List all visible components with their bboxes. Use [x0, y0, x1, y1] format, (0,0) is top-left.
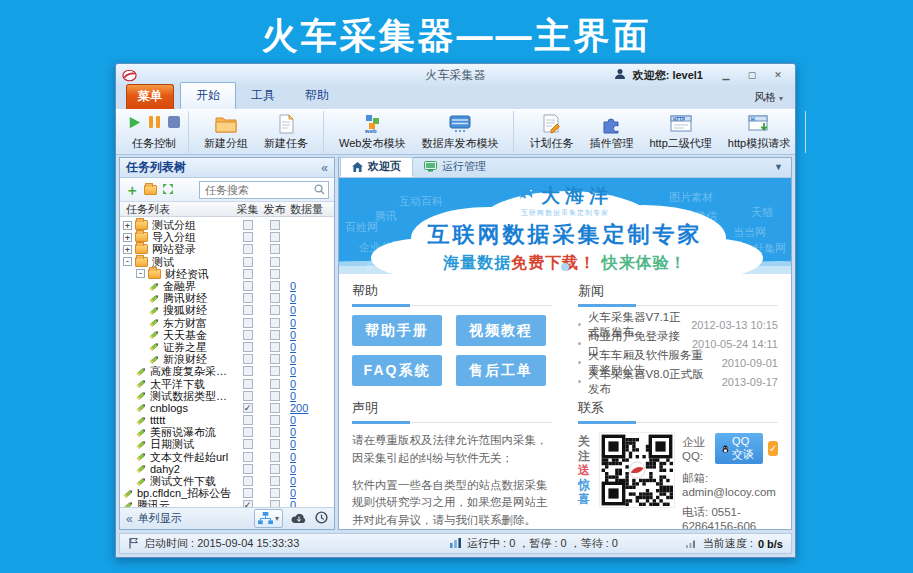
video-tutorial-button[interactable]: 视频教程 [456, 315, 546, 346]
collect-checkbox[interactable] [243, 439, 253, 449]
publish-checkbox[interactable] [270, 269, 280, 279]
play-button[interactable] [127, 115, 142, 134]
tree-row[interactable]: 搜狐财经0 [120, 304, 334, 316]
publish-checkbox[interactable] [270, 342, 280, 352]
close-button[interactable]: ✕ [767, 68, 789, 82]
tree-toggle-icon[interactable]: + [123, 221, 132, 230]
collect-checkbox[interactable] [243, 354, 253, 364]
tree-toggle-icon[interactable]: + [123, 233, 132, 242]
collect-checkbox[interactable] [243, 232, 253, 242]
minimize-button[interactable]: ▁ [715, 68, 737, 82]
tree-row[interactable]: 测试文件下载0 [120, 475, 334, 487]
tree-row[interactable]: dahy20 [120, 463, 334, 475]
collect-checkbox[interactable] [243, 342, 253, 352]
data-amount-link[interactable]: 0 [290, 426, 296, 438]
tree-row[interactable]: 证券之星0 [120, 341, 334, 353]
publish-checkbox[interactable] [270, 318, 280, 328]
publish-checkbox[interactable] [270, 427, 280, 437]
expand-all-icon[interactable] [162, 181, 174, 199]
data-amount-link[interactable]: 0 [290, 378, 296, 390]
collect-checkbox[interactable] [243, 330, 253, 340]
publish-checkbox[interactable] [270, 232, 280, 242]
db-publish-module-button[interactable]: 数据库发布模块 [413, 113, 506, 152]
tree-row[interactable]: 太平洋下载0 [120, 377, 334, 389]
publish-checkbox[interactable] [270, 330, 280, 340]
cloud-download-icon[interactable] [291, 512, 307, 526]
publish-checkbox[interactable] [270, 257, 280, 267]
collect-checkbox[interactable] [243, 281, 253, 291]
publish-checkbox[interactable] [270, 439, 280, 449]
collect-checkbox[interactable] [243, 464, 253, 474]
carousel-dot[interactable] [561, 263, 569, 271]
data-amount-link[interactable]: 0 [290, 487, 296, 499]
http-proxy-button[interactable]: HTTP http二级代理 [641, 113, 719, 152]
new-group-button[interactable]: 新建分组 [196, 113, 256, 152]
collapse-panel-icon[interactable]: « [321, 161, 328, 175]
web-publish-module-button[interactable]: web Web发布模块 [331, 113, 413, 152]
pause-button[interactable] [148, 115, 161, 133]
collect-checkbox[interactable] [243, 488, 253, 498]
http-request-button[interactable]: H http模拟请求 [720, 113, 798, 152]
tree-row[interactable]: bp.cfldcn_招标公告0 [120, 487, 334, 499]
data-amount-link[interactable]: 0 [290, 304, 296, 316]
support-ticket-button[interactable]: 售后工单 [456, 355, 546, 386]
publish-checkbox[interactable] [270, 354, 280, 364]
tree-row[interactable]: 天天基金0 [120, 329, 334, 341]
stop-button[interactable] [167, 115, 181, 133]
tree-row[interactable]: 腾讯云0 [120, 499, 334, 507]
collect-checkbox[interactable] [243, 220, 253, 230]
collect-checkbox[interactable] [243, 427, 253, 437]
data-amount-link[interactable]: 0 [290, 438, 296, 450]
new-task-button[interactable]: 新建任务 [256, 113, 316, 152]
publish-checkbox[interactable] [270, 476, 280, 486]
tree-row[interactable]: +导入分组 [120, 231, 334, 243]
tab-tools[interactable]: 工具 [236, 83, 290, 109]
publish-checkbox[interactable] [270, 366, 280, 376]
publish-checkbox[interactable] [270, 403, 280, 413]
collapse-icon[interactable]: « [126, 512, 133, 526]
data-amount-link[interactable]: 200 [290, 402, 308, 414]
tree-row[interactable]: 文本文件起始url0 [120, 451, 334, 463]
tree-column-header[interactable]: 任务列表 采集 发布 数据量 [120, 202, 334, 217]
publish-checkbox[interactable] [270, 293, 280, 303]
news-item[interactable]: 火车采集器V8.0正式版发布2013-09-17 [578, 372, 778, 391]
data-amount-link[interactable]: 0 [290, 451, 296, 463]
tree-row[interactable]: -测试 [120, 256, 334, 268]
collect-checkbox[interactable] [243, 403, 253, 413]
tab-overflow-icon[interactable]: ▼ [774, 162, 783, 172]
collect-checkbox[interactable] [243, 305, 253, 315]
tree-row[interactable]: 东方财富0 [120, 317, 334, 329]
scheduled-task-button[interactable]: 计划任务 [521, 113, 581, 152]
tree-row[interactable]: 美丽说瀑布流0 [120, 426, 334, 438]
data-amount-link[interactable]: 0 [290, 353, 296, 365]
publish-checkbox[interactable] [270, 500, 280, 507]
publish-checkbox[interactable] [270, 464, 280, 474]
tree-row[interactable]: +网站登录 [120, 243, 334, 255]
data-amount-link[interactable]: 0 [290, 365, 296, 377]
search-icon[interactable] [314, 181, 325, 199]
help-manual-button[interactable]: 帮助手册 [352, 315, 442, 346]
tab-welcome-page[interactable]: 欢迎页 [340, 157, 413, 177]
tree-toggle-icon[interactable]: - [123, 257, 132, 266]
folder-icon[interactable] [144, 185, 157, 195]
plugin-manager-button[interactable]: 插件管理 [581, 113, 641, 152]
collect-checkbox[interactable] [243, 415, 253, 425]
welcome-banner[interactable]: 互动百科腾讯百姓网企业信息京东图片素材微信天猫当当网赶集网淘宝 大海洋 互联网数… [339, 178, 791, 274]
data-amount-link[interactable]: 0 [290, 341, 296, 353]
data-amount-link[interactable]: 0 [290, 414, 296, 426]
tree-view-button[interactable]: ▾ [254, 509, 283, 528]
tree-row[interactable]: 金融界0 [120, 280, 334, 292]
data-amount-link[interactable]: 0 [290, 390, 296, 402]
tree-row[interactable]: -财经资讯 [120, 268, 334, 280]
data-amount-link[interactable]: 0 [290, 292, 296, 304]
data-amount-link[interactable]: 0 [290, 329, 296, 341]
style-dropdown[interactable]: 风格 ▾ [754, 90, 783, 105]
collect-checkbox[interactable] [243, 269, 253, 279]
publish-checkbox[interactable] [270, 452, 280, 462]
add-icon[interactable]: ＋ [125, 184, 139, 196]
collect-checkbox[interactable] [243, 500, 253, 507]
publish-checkbox[interactable] [270, 415, 280, 425]
collect-checkbox[interactable] [243, 318, 253, 328]
publish-checkbox[interactable] [270, 391, 280, 401]
tree-row[interactable]: 新浪财经0 [120, 353, 334, 365]
